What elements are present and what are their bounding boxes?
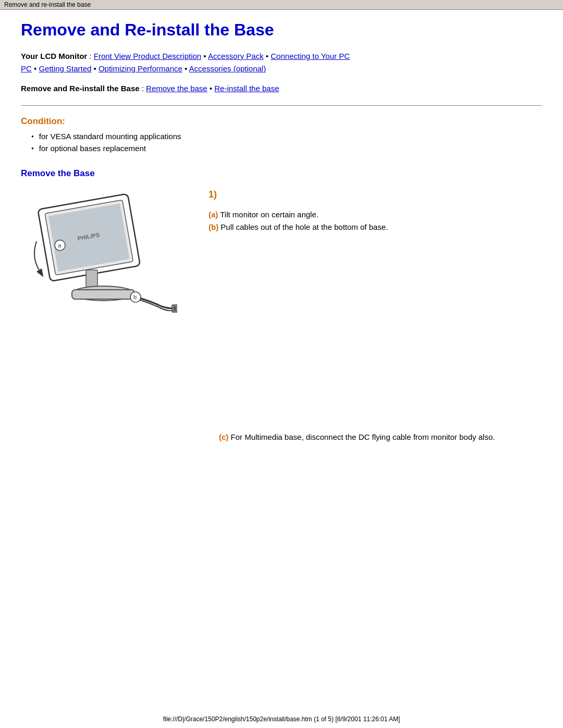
remove-base-title: Remove the Base — [21, 168, 542, 179]
monitor-svg: PHILIPS a — [21, 189, 177, 325]
step-c-container: (c) For Multimedia base, disconnect the … — [21, 431, 542, 443]
step-c-description: For Multimedia base, disconnect the DC f… — [228, 433, 495, 441]
condition-item-1: for VESA standard mounting applications — [31, 132, 542, 141]
footer: file:///D|/Grace/150P2/english/150p2e/in… — [0, 715, 563, 723]
step-1-instructions: 1) (a) Tilt monitor on certain angle. (b… — [209, 189, 542, 233]
nav-link-getting-started[interactable]: Getting Started — [39, 64, 91, 73]
svg-text:b: b — [133, 294, 137, 300]
nav-link-optimizing[interactable]: Optimizing Performance — [99, 64, 182, 73]
nav-link-pc[interactable]: PC — [21, 64, 32, 73]
nav-link-accessory[interactable]: Accessory Pack — [208, 52, 264, 60]
step-1-container: PHILIPS a — [21, 189, 542, 327]
step-c-text: (c) For Multimedia base, disconnect the … — [219, 431, 542, 443]
svg-rect-10 — [174, 306, 176, 311]
browser-bar: Remove and re-install the base — [0, 0, 563, 10]
sub-nav-reinstall[interactable]: Re-install the base — [214, 84, 279, 93]
step-b-description: Pull cables out of the hole at the botto… — [218, 223, 388, 231]
step-b-label: (b) — [209, 223, 218, 231]
svg-rect-8 — [72, 290, 134, 299]
sub-nav-label: Remove and Re-install the Base — [21, 84, 140, 93]
step-a-description: Tilt monitor on certain angle. — [218, 210, 319, 219]
sub-nav-remove[interactable]: Remove the base — [146, 84, 207, 93]
monitor-image: PHILIPS a — [21, 189, 188, 327]
your-lcd-label: Your LCD Monitor — [21, 52, 87, 60]
step-a-text: (a) Tilt monitor on certain angle. (b) P… — [209, 208, 542, 233]
nav-link-connecting[interactable]: Connecting to Your PC — [271, 52, 350, 60]
svg-rect-6 — [86, 270, 97, 288]
condition-list: for VESA standard mounting applications … — [31, 132, 542, 153]
nav-link-accessories[interactable]: Accessories (optional) — [189, 64, 266, 73]
divider — [21, 105, 542, 106]
nav-links-block: Your LCD Monitor : Front View Product De… — [21, 50, 542, 75]
condition-item-2: for optional bases replacement — [31, 144, 542, 153]
page-title: Remove and Re-install the Base — [21, 20, 542, 40]
footer-text: file:///D|/Grace/150P2/english/150p2e/in… — [163, 715, 400, 723]
condition-title: Condition: — [21, 116, 542, 127]
step-a-label: (a) — [209, 210, 218, 219]
nav-link-front-view[interactable]: Front View Product Description — [94, 52, 201, 60]
step-c-label: (c) — [219, 433, 228, 441]
step-number: 1) — [209, 189, 542, 200]
browser-bar-text: Remove and re-install the base — [4, 1, 91, 8]
sub-nav-block: Remove and Re-install the Base : Remove … — [21, 82, 542, 95]
